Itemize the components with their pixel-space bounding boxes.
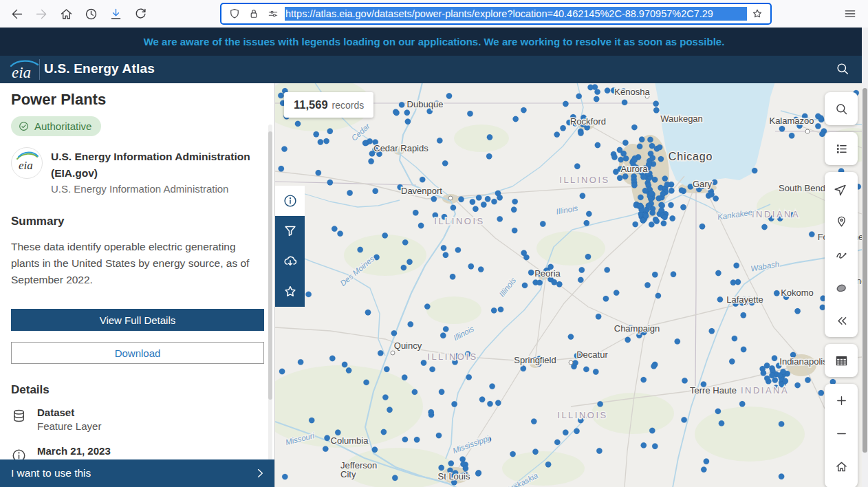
panel-scrollbar-thumb[interactable] [268,131,272,400]
menu-button[interactable] [839,3,861,25]
cloud-download-tool-button[interactable] [275,246,305,277]
page-content: Power Plants Authoritative eia U.S. Ener… [0,83,868,487]
table-icon [834,354,849,368]
svg-text:Lafayette: Lafayette [726,294,763,305]
url-text[interactable]: https://atlas.eia.gov/datasets/power-pla… [285,7,747,21]
logo-divider [39,59,40,80]
lock-icon[interactable] [245,8,263,20]
map-canvas[interactable]: DubuqueKenoshaRockfordWaukeganKalamazooC… [275,83,868,487]
lasso-tool-button[interactable] [825,271,858,304]
sketch-tool-button[interactable] [825,238,858,271]
map-tool-card [825,344,858,377]
badge-label: Authoritative [34,120,91,132]
svg-text:Champaign: Champaign [614,323,660,334]
page-title: Power Plants [11,91,106,109]
map-tool-card [825,92,858,125]
svg-text:Kalamazoo: Kalamazoo [769,116,814,126]
svg-text:INDIANA: INDIANA [752,209,800,219]
select-tool-button[interactable] [825,172,858,205]
site-title[interactable]: U.S. Energy Atlas [44,61,155,76]
star-tool-button[interactable] [275,277,305,307]
shield-icon[interactable] [226,8,243,20]
i-want-to-use-this-bar[interactable]: I want to use this [0,459,275,487]
org-avatar[interactable]: eia [11,147,43,179]
map-container[interactable]: DubuqueKenoshaRockfordWaukeganKalamazooC… [275,83,868,487]
records-count-badge: 11,569 records [284,92,373,118]
svg-text:Decatur: Decatur [576,349,608,360]
back-icon [10,7,24,21]
star-icon [283,284,298,299]
home-map-tool-button[interactable] [825,450,858,483]
svg-text:Springfield: Springfield [514,355,556,365]
collapse-tool-button[interactable] [825,304,858,337]
records-word: records [332,100,365,111]
dataset-side-panel: Power Plants Authoritative eia U.S. Ener… [0,83,275,487]
hamburger-icon [843,7,857,21]
svg-text:Rockford: Rockford [570,116,606,127]
cloud-download-icon [283,254,298,269]
search-tool-button[interactable] [825,92,858,125]
svg-text:St Louis: St Louis [438,471,470,481]
back-button[interactable] [6,3,28,25]
svg-text:ILLINOIS: ILLINOIS [557,410,607,420]
download-button[interactable]: Download [11,342,264,364]
permissions-icon[interactable] [264,8,282,20]
view-full-details-button[interactable]: View Full Details [11,309,264,331]
browser-toolbar: https://atlas.eia.gov/datasets/power-pla… [0,0,868,28]
pin-tool-button[interactable] [825,205,858,238]
downloads-button[interactable] [105,3,127,25]
zoom-in-tool-button[interactable] [825,384,858,417]
dataset-value: Feature Layer [37,420,101,432]
check-circle-icon [18,120,30,132]
info-tool-button[interactable] [275,186,305,216]
reload-button[interactable] [129,3,151,25]
search-icon [834,102,849,116]
history-button[interactable] [80,3,102,25]
lasso-icon [834,281,849,295]
summary-text: These data identify operable electric ge… [11,239,257,288]
bookmark-star-icon[interactable] [748,8,766,20]
svg-text:Columbia: Columbia [331,435,369,446]
home-button[interactable] [55,3,77,25]
map-tool-card [825,132,858,165]
svg-text:Chicago: Chicago [669,151,713,162]
search-icon [835,61,850,76]
filter-icon [283,224,298,239]
history-icon [84,7,98,21]
zoom-out-icon [834,426,849,441]
url-bar[interactable]: https://atlas.eia.gov/datasets/power-pla… [220,3,772,25]
svg-text:Davenport: Davenport [401,186,442,196]
eia-logo[interactable]: eia [8,58,40,81]
forward-button[interactable] [30,3,52,25]
page-scrollbar-thumb[interactable] [862,88,867,453]
chevron-right-icon [253,466,267,480]
home-icon [59,7,74,21]
filter-tool-button[interactable] [275,216,305,246]
legend-tool-button[interactable] [825,132,858,165]
select-icon [834,182,849,196]
svg-text:Cedar Rapids: Cedar Rapids [373,143,428,153]
page-scrollbar-track[interactable] [862,28,868,487]
svg-text:Indianapolis: Indianapolis [779,356,827,367]
dataset-label: Dataset [37,407,74,418]
map-tool-card [825,384,858,487]
header-search-button[interactable] [835,61,851,78]
forward-icon [34,7,49,21]
svg-text:ILLINOIS: ILLINOIS [434,216,484,226]
table-tool-button[interactable] [825,344,858,377]
map-right-toolbar [825,92,858,487]
authoritative-badge: Authoritative [11,116,101,136]
dataset-icon [11,408,27,424]
svg-text:INDIANA: INDIANA [741,385,789,396]
svg-text:Dubuque: Dubuque [407,99,444,109]
svg-text:Quincy: Quincy [394,340,422,351]
svg-text:eia: eia [19,159,33,172]
map-left-toolbar [275,186,305,307]
org-name[interactable]: U.S. Energy Information Administration (… [51,149,265,182]
svg-text:Gary: Gary [693,179,713,189]
svg-text:Kokomo: Kokomo [781,288,814,298]
svg-text:City: City [340,469,356,479]
legend-icon [834,142,849,156]
org-subtitle: U.S. Energy Information Administration [51,183,228,195]
zoom-out-tool-button[interactable] [825,417,858,450]
